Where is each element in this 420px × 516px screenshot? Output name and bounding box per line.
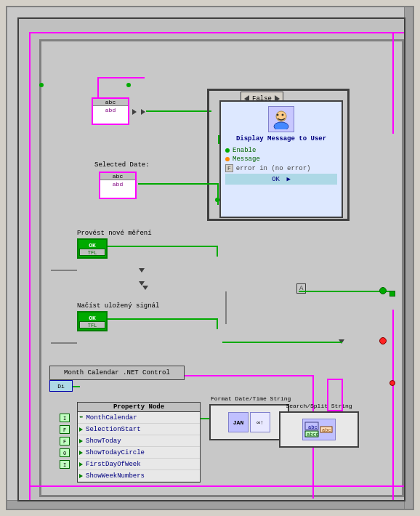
display-msg-ports: Enable Message F error in (no error) OK … xyxy=(221,144,342,188)
property-node-block[interactable]: Property Node ⬌ MonthCalendar SelectionS… xyxy=(77,402,201,483)
green-wire-nacist-v xyxy=(217,318,218,329)
svg-text:abcd: abcd xyxy=(307,432,319,438)
green-wire-prop-1 xyxy=(201,418,209,419)
enable-label: Enable xyxy=(233,147,256,154)
svg-point-3 xyxy=(282,114,284,116)
string-ctrl-2-label: abc xyxy=(100,173,135,180)
right-tunnel-a xyxy=(389,291,395,297)
prop-showweek-name: ShowWeekNumbers xyxy=(84,472,200,480)
string-ctrl-1-content: abd xyxy=(105,106,116,114)
gray-wire-1 xyxy=(225,291,227,324)
month-calendar-block[interactable]: Month Calendar .NET Control xyxy=(49,366,185,380)
search-split-block[interactable]: Search/Split String abc abcd abc xyxy=(279,411,359,448)
green-wire-nacist-h xyxy=(108,318,217,320)
prop-selstart-name: SelectionStart xyxy=(84,426,200,433)
prop-monthcal-name: MonthCalendar xyxy=(84,414,200,422)
pink-wire-right-top xyxy=(392,32,394,134)
prop-row-showtodaycircle: ShowTodayCircle xyxy=(78,447,200,459)
prop-row-monthcal: ⬌ MonthCalendar xyxy=(78,412,200,424)
prop-monthcal-icon: ⬌ xyxy=(79,414,83,422)
prop-input-f2: F xyxy=(60,437,70,446)
port-enable: Enable xyxy=(225,147,337,154)
prove-tfl: TFL xyxy=(79,249,105,256)
month-cal-label: Month Calendar .NET Control xyxy=(64,369,170,376)
pink-wire-right-bottom xyxy=(392,310,394,501)
ok-label: OK xyxy=(272,176,280,183)
coerce-arrow-2 xyxy=(141,108,145,117)
gray-wire-3 xyxy=(51,342,77,344)
display-msg-title: Display Message to User xyxy=(221,134,342,144)
diagram-canvas: abc abd False xyxy=(17,17,405,501)
prop-arrow-4 xyxy=(79,462,83,467)
display-msg-icon-area xyxy=(221,102,342,134)
prove-ok: OK xyxy=(89,242,96,249)
prop-input-i1: I xyxy=(60,414,70,422)
string-control-2[interactable]: abc abd xyxy=(99,172,137,199)
string-ctrl-2-content: abd xyxy=(112,180,124,188)
search-split-label: Search/Split String xyxy=(280,403,358,409)
prop-arrow-5 xyxy=(79,474,83,478)
ok-arrow: ▶ xyxy=(286,176,290,183)
format-datetime-block[interactable]: Format Date/Time String JAN ∞↑ xyxy=(209,404,289,440)
output-dot-red xyxy=(379,337,387,344)
port-ok: OK ▶ xyxy=(225,174,337,185)
format-dt-icon: JAN xyxy=(228,412,249,432)
property-node-title: Property Node xyxy=(78,403,200,412)
month-cal-io[interactable]: Di xyxy=(49,380,73,392)
prop-arrow-1 xyxy=(79,427,83,432)
nacist-btn[interactable]: OK TFL xyxy=(77,311,108,331)
prove-btn[interactable]: OK TFL xyxy=(77,238,108,259)
svg-point-1 xyxy=(274,122,288,129)
nacist-btn-area: Načíst uložený signál OK TFL xyxy=(77,302,159,331)
port-message: Message xyxy=(225,156,337,163)
output-dot-a xyxy=(379,287,387,294)
tunnel-dot-1 xyxy=(39,83,44,87)
prove-btn-label: Provést nové měření xyxy=(77,230,152,237)
svg-point-2 xyxy=(277,114,279,116)
error-in-label: error in (no error) xyxy=(236,165,311,172)
pink-wire-top xyxy=(29,32,405,33)
v-down-indicator xyxy=(139,279,145,288)
svg-text:abc: abc xyxy=(322,427,331,433)
message-label: Message xyxy=(233,156,260,163)
prop-showtodaycircle-name: ShowTodayCircle xyxy=(84,449,200,456)
prop-input-i2: I xyxy=(60,460,70,469)
prop-row-firstday: FirstDayOfWeek xyxy=(78,459,200,470)
display-msg-icon xyxy=(268,106,294,132)
nacist-ok: OK xyxy=(89,315,96,321)
enable-dot xyxy=(225,148,230,153)
green-wire-display-v xyxy=(218,135,219,144)
right-tunnel-red xyxy=(389,380,395,386)
message-dot xyxy=(225,157,230,161)
f-indicator: F xyxy=(225,164,233,172)
string-ctrl-1-label: abc xyxy=(93,99,128,106)
prop-input-0: 0 xyxy=(60,448,70,457)
prop-firstday-name: FirstDayOfWeek xyxy=(84,461,200,468)
string-control-1[interactable]: abc abd xyxy=(92,97,129,125)
prop-row-selstart: SelectionStart xyxy=(78,424,200,435)
format-dt-top-label: Format Date/Time String xyxy=(211,395,288,402)
nacist-tfl: TFL xyxy=(79,321,105,328)
down-arrow-nacist xyxy=(139,268,145,273)
prop-input-f1: F xyxy=(60,425,70,434)
display-message-block[interactable]: Display Message to User Enable Message F… xyxy=(219,100,343,218)
format-dt-icons: JAN ∞↑ xyxy=(228,412,270,432)
coerce-arrow-1 xyxy=(132,108,137,117)
green-wire-prove-h xyxy=(108,246,217,247)
green-wire-v2-h xyxy=(222,342,342,343)
pink-wire-string-h xyxy=(97,77,145,78)
selected-date-label: Selected Date: xyxy=(94,161,150,169)
green-wire-prove-v xyxy=(217,246,218,257)
prove-btn-area: Provést nové měření OK TFL xyxy=(77,230,152,259)
green-wire-date-h xyxy=(138,183,218,185)
port-error-in: F error in (no error) xyxy=(225,164,337,172)
green-wire-cal xyxy=(73,386,80,387)
search-split-icon: abc abcd abc xyxy=(302,419,336,440)
pink-wire-cal-h xyxy=(179,375,313,376)
pink-wire-left xyxy=(29,32,31,501)
svg-text:abc: abc xyxy=(308,424,318,430)
nacist-btn-label: Načíst uložený signál xyxy=(77,302,159,310)
pink-bracket-1 xyxy=(327,379,343,411)
pink-wire-bottom xyxy=(29,485,405,487)
selected-date-area: Selected Date: xyxy=(94,161,150,169)
